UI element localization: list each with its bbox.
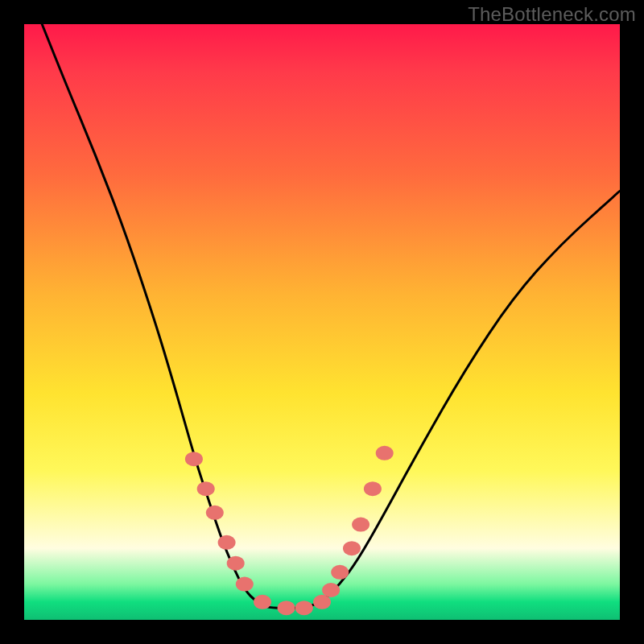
marker-dot	[218, 535, 236, 550]
bottleneck-curve	[42, 24, 620, 608]
chart-frame: TheBottleneck.com	[0, 0, 644, 644]
chart-svg	[24, 24, 620, 620]
marker-dot	[343, 541, 361, 555]
watermark-text: TheBottleneck.com	[468, 3, 636, 26]
curve-markers	[185, 446, 394, 615]
marker-dot	[364, 481, 382, 496]
plot-area	[24, 24, 620, 620]
marker-dot	[206, 506, 224, 520]
marker-dot	[254, 595, 271, 609]
marker-dot	[322, 583, 340, 597]
marker-dot	[197, 481, 215, 496]
marker-dot	[227, 556, 245, 571]
marker-dot	[331, 565, 349, 580]
marker-dot	[236, 577, 254, 592]
marker-dot	[352, 518, 369, 532]
marker-dot	[295, 601, 313, 615]
marker-dot	[185, 452, 203, 466]
marker-dot	[278, 601, 295, 615]
marker-dot	[376, 446, 394, 460]
